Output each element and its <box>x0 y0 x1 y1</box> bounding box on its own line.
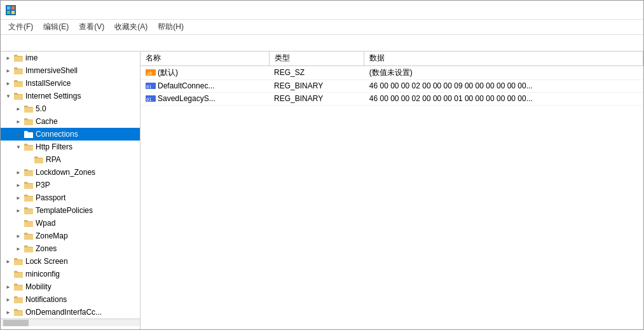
svg-rect-1 <box>11 6 15 10</box>
tree-item-connections[interactable]: ► Connections <box>1 128 140 141</box>
tree-item-lockscreen[interactable]: ► Lock Screen <box>1 255 140 268</box>
tree-toggle-5.0[interactable]: ► <box>13 104 24 114</box>
cell-data-0: (数值未设置) <box>364 65 643 79</box>
folder-icon-miniconfig <box>13 270 24 278</box>
tree-label-zonemap: ZoneMap <box>36 231 68 240</box>
tree-toggle-templatepolicies[interactable]: ► <box>13 205 24 216</box>
folder-icon-connections <box>24 130 34 139</box>
folder-icon-5.0 <box>24 104 34 113</box>
tree-toggle-httpfilters[interactable]: ▼ <box>13 142 24 152</box>
tree-item-passport[interactable]: ► Passport <box>1 191 140 204</box>
svg-rect-3 <box>11 11 15 14</box>
tree-label-rpa: RPA <box>46 155 61 164</box>
folder-icon-passport <box>24 193 34 202</box>
tree-toggle-zones[interactable]: ► <box>13 244 24 254</box>
tree-toggle-lockscreen[interactable]: ► <box>3 256 13 266</box>
folder-icon-internetsettings <box>13 92 24 100</box>
tree-label-httpfilters: Http Filters <box>36 142 72 151</box>
tree-label-p3p: P3P <box>36 181 50 189</box>
tree-toggle-internetsettings[interactable]: ▼ <box>3 91 13 101</box>
title-controls <box>551 1 638 20</box>
app-icon <box>6 5 16 15</box>
tree-item-ondemandinterface[interactable]: ► OnDemandInterfaCc... <box>1 306 140 319</box>
tree-toggle-mobility[interactable]: ► <box>3 282 13 292</box>
tree-item-notifications[interactable]: ► Notifications <box>1 293 140 306</box>
table-row[interactable]: 01 SavedLegacyS...REG_BINARY46 00 00 00 … <box>140 92 643 105</box>
tree-toggle-installservice[interactable]: ► <box>3 78 13 88</box>
cell-type-1: REG_BINARY <box>269 79 364 92</box>
menu-bar: 文件(F)编辑(E)查看(V)收藏夹(A)帮助(H) <box>1 20 643 35</box>
tree-toggle-cache[interactable]: ► <box>13 116 24 127</box>
tree-label-zones: Zones <box>36 244 57 253</box>
folder-icon-cache <box>24 117 34 126</box>
svg-text:ab: ab <box>147 71 152 76</box>
tree-label-installservice: InstallService <box>25 79 71 88</box>
tree-item-zones[interactable]: ► Zones <box>1 242 140 255</box>
table-row[interactable]: ab (默认)REG_SZ(数值未设置) <box>140 65 643 79</box>
tree-item-templatepolicies[interactable]: ► TemplatePolicies <box>1 204 140 217</box>
tree-toggle-ime[interactable]: ► <box>3 53 13 63</box>
minimize-button[interactable] <box>551 1 580 20</box>
folder-icon-zonemap <box>24 231 34 240</box>
tree-hscroll-thumb <box>3 320 29 326</box>
tree-label-5.0: 5.0 <box>36 104 46 113</box>
tree-item-mobility[interactable]: ► Mobility <box>1 280 140 293</box>
tree-item-wpad[interactable]: Wpad <box>1 217 140 230</box>
folder-icon-ondemandinterface <box>13 308 24 317</box>
tree-item-httpfilters[interactable]: ▼ Http Filters <box>1 141 140 153</box>
table-row[interactable]: 01 DefaultConnec...REG_BINARY46 00 00 00… <box>140 79 643 92</box>
tree-item-miniconfig[interactable]: miniconfig <box>1 268 140 280</box>
cell-name-1: 01 DefaultConnec... <box>140 79 269 92</box>
svg-rect-0 <box>7 6 10 10</box>
tree-item-rpa[interactable]: RPA <box>1 153 140 166</box>
tree-toggle-zonemap[interactable]: ► <box>13 231 24 241</box>
tree-item-p3p[interactable]: ► P3P <box>1 179 140 191</box>
tree-label-connections: Connections <box>36 130 78 139</box>
tree-label-lockscreen: Lock Screen <box>25 257 68 266</box>
table-header-row: 名称类型数据 <box>140 52 643 65</box>
tree-hscrollbar[interactable] <box>1 319 140 326</box>
tree-label-miniconfig: miniconfig <box>25 270 60 278</box>
main-window: 文件(F)编辑(E)查看(V)收藏夹(A)帮助(H) ► ime► Immers… <box>0 0 644 330</box>
folder-icon-notifications <box>13 295 24 304</box>
close-button[interactable] <box>609 1 638 20</box>
tree-item-internetsettings[interactable]: ▼ Internet Settings <box>1 90 140 102</box>
tree-toggle-passport[interactable]: ► <box>13 193 24 203</box>
cell-data-2: 46 00 00 00 02 00 00 00 01 00 00 00 00 0… <box>364 92 643 105</box>
menu-item-文件[interactable]: 文件(F) <box>3 20 38 34</box>
tree-item-immersiveshell[interactable]: ► ImmersiveShell <box>1 64 140 77</box>
tree-item-ime[interactable]: ► ime <box>1 52 140 64</box>
tree-toggle-ondemandinterface[interactable]: ► <box>3 307 13 317</box>
tree-label-notifications: Notifications <box>25 295 67 304</box>
tree-toggle-connections[interactable]: ► <box>13 129 24 139</box>
main-content: ► ime► ImmersiveShell► InstallService▼ I… <box>1 52 643 329</box>
title-bar <box>1 1 643 20</box>
tree-item-lockdown_zones[interactable]: ► Lockdown_Zones <box>1 166 140 179</box>
tree-label-templatepolicies: TemplatePolicies <box>36 206 93 215</box>
tree-item-installservice[interactable]: ► InstallService <box>1 77 140 90</box>
col-header-名称: 名称 <box>140 52 269 65</box>
folder-icon-mobility <box>13 282 24 291</box>
tree-label-ondemandinterface: OnDemandInterfaCc... <box>25 308 102 317</box>
tree-toggle-immersiveshell[interactable]: ► <box>3 65 13 76</box>
values-panel[interactable]: 名称类型数据 ab (默认)REG_SZ(数值未设置) 01 DefaultCo… <box>140 52 643 329</box>
maximize-button[interactable] <box>580 1 609 20</box>
svg-text:01: 01 <box>146 97 151 102</box>
col-header-数据: 数据 <box>364 52 643 65</box>
tree-panel[interactable]: ► ime► ImmersiveShell► InstallService▼ I… <box>1 52 140 329</box>
tree-item-cache[interactable]: ► Cache <box>1 115 140 128</box>
tree-label-passport: Passport <box>36 193 65 202</box>
title-bar-left <box>6 5 20 15</box>
folder-icon-wpad <box>24 219 34 228</box>
menu-item-查看[interactable]: 查看(V) <box>74 20 109 34</box>
menu-item-收藏夹[interactable]: 收藏夹(A) <box>109 20 153 34</box>
tree-toggle-lockdown_zones[interactable]: ► <box>13 167 24 177</box>
menu-item-编辑[interactable]: 编辑(E) <box>38 20 74 34</box>
tree-item-zonemap[interactable]: ► ZoneMap <box>1 230 140 242</box>
menu-item-帮助[interactable]: 帮助(H) <box>153 20 189 34</box>
folder-icon-httpfilters <box>24 142 34 151</box>
tree-toggle-notifications[interactable]: ► <box>3 294 13 305</box>
tree-toggle-p3p[interactable]: ► <box>13 180 24 190</box>
folder-icon-p3p <box>24 181 34 189</box>
tree-item-5.0[interactable]: ► 5.0 <box>1 102 140 115</box>
